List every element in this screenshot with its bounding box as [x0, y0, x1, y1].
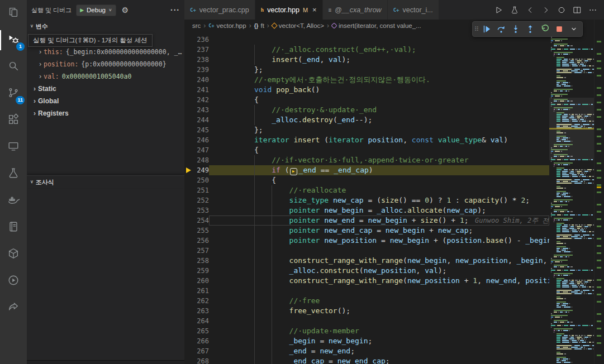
code-line-249[interactable]: 249if (▶_end == _end_cap)	[184, 165, 549, 175]
tab-vector_prac-cpp[interactable]: C+vector_prac.cpp	[184, 0, 255, 20]
gutter-glyph[interactable]	[184, 246, 192, 256]
play-icon[interactable]	[492, 3, 506, 17]
code-line-244[interactable]: 244_alloc.destroy(_end--);	[184, 115, 549, 125]
gutter-glyph[interactable]	[184, 105, 192, 115]
code-line-267[interactable]: 267_end = new_end;	[184, 346, 549, 356]
line-number[interactable]: 253	[192, 205, 209, 215]
gutter-glyph[interactable]	[184, 356, 192, 364]
chevron-right-icon[interactable]: ›	[31, 97, 38, 105]
activity-item-run-and-debug[interactable]: 1	[0, 27, 27, 54]
gutter-glyph[interactable]	[184, 316, 192, 326]
minimap[interactable]	[549, 32, 594, 364]
line-number[interactable]: 241	[192, 85, 209, 95]
code-editor[interactable]: 236237//·_alloc.construct(_end++,·val);2…	[184, 32, 549, 364]
beaker-icon[interactable]	[508, 3, 521, 17]
line-number[interactable]: 242	[192, 95, 209, 105]
debug-current-line-glyph[interactable]	[184, 165, 192, 175]
line-number[interactable]: 247	[192, 145, 209, 155]
code-line-248[interactable]: 248//·if·vector·is·full,·append·twice·or…	[184, 155, 549, 165]
breadcrumb-item[interactable]: C+vector.hpp	[208, 22, 246, 29]
chevron-right-icon[interactable]: ›	[37, 73, 44, 80]
code-line-240[interactable]: 240//·empty에서·호출하는건·정의되지않은·행동이다.	[184, 75, 549, 85]
gutter-glyph[interactable]	[184, 45, 192, 55]
line-number[interactable]: 259	[192, 266, 209, 276]
gutter-glyph[interactable]	[184, 205, 192, 215]
code-line-258[interactable]: 258construct_range_with_range(new_begin,…	[184, 256, 549, 266]
activity-item-remote-explorer[interactable]	[0, 134, 27, 161]
code-line-252[interactable]: 252size_type new_cap = (size() == 0) ? 1…	[184, 195, 549, 205]
line-number[interactable]: 267	[192, 346, 209, 356]
step-into-icon[interactable]	[509, 22, 522, 36]
nav-back-icon[interactable]	[524, 3, 537, 17]
variable-row[interactable]: ›position:{p:0x0000000000000000}	[27, 58, 184, 70]
code-line-247[interactable]: 247{	[184, 145, 549, 155]
activity-item-share[interactable]	[0, 295, 27, 322]
drag-handle[interactable]: ⠿	[474, 26, 479, 33]
code-line-257[interactable]: 257	[184, 246, 549, 256]
gutter-glyph[interactable]	[184, 95, 192, 105]
activity-item-run-circle[interactable]	[0, 268, 27, 295]
chevron-icon[interactable]	[567, 22, 581, 36]
gutter-glyph[interactable]	[184, 336, 192, 346]
activity-item-search[interactable]	[0, 54, 27, 80]
line-number[interactable]: 248	[192, 155, 209, 165]
line-number[interactable]: 252	[192, 195, 209, 205]
inline-breakpoint-icon[interactable]: ▶	[290, 168, 297, 175]
code-line-259[interactable]: 259_alloc.construct(new_position, val);	[184, 266, 549, 276]
chevron-right-icon[interactable]: ›	[37, 60, 44, 68]
gutter-glyph[interactable]	[184, 125, 192, 135]
gutter-glyph[interactable]	[184, 346, 192, 356]
code-line-237[interactable]: 237//·_alloc.construct(_end++,·val);	[184, 45, 549, 55]
chevron-right-icon[interactable]: ›	[37, 48, 44, 56]
record-icon[interactable]	[555, 3, 568, 17]
code-line-265[interactable]: 265//·update·member	[184, 326, 549, 336]
gutter-glyph[interactable]	[184, 35, 192, 45]
code-line-268[interactable]: 268_end_cap = new_end_cap;	[184, 356, 549, 364]
breadcrumb-item[interactable]: src	[192, 22, 201, 29]
line-number[interactable]: 255	[192, 226, 209, 236]
scope-row[interactable]: ›Registers	[27, 107, 184, 119]
variable-row[interactable]: ›this:{_begin:0x0000000000000000, _…	[27, 46, 184, 58]
code-line-238[interactable]: 238insert(_end, val);	[184, 55, 549, 65]
restart-icon[interactable]	[538, 22, 551, 36]
code-line-246[interactable]: 246iterator insert (iterator position, c…	[184, 135, 549, 145]
line-number[interactable]: 237	[192, 45, 209, 55]
activity-item-source-control[interactable]: 11	[0, 80, 27, 107]
line-number[interactable]: 240	[192, 75, 209, 85]
stop-icon[interactable]	[553, 22, 566, 36]
code-line-251[interactable]: 251//·reallocate	[184, 185, 549, 195]
tab-vector-hpp[interactable]: hvector.hppM×	[255, 0, 323, 20]
line-number[interactable]: 243	[192, 105, 209, 115]
scope-row[interactable]: ›Global	[27, 95, 184, 107]
step-over-icon[interactable]	[494, 22, 508, 36]
activity-item-containers[interactable]	[0, 241, 27, 268]
code-line-241[interactable]: 241void pop_back()	[184, 85, 549, 95]
activity-item-explorer[interactable]	[0, 0, 27, 27]
line-number[interactable]: 266	[192, 336, 209, 346]
line-number[interactable]: 239	[192, 65, 209, 75]
line-number[interactable]: 246	[192, 135, 209, 145]
line-number[interactable]: 245	[192, 125, 209, 135]
code-line-256[interactable]: 256pointer new_position = new_begin + (p…	[184, 236, 549, 246]
nav-forward-icon[interactable]	[539, 3, 553, 17]
code-line-263[interactable]: 263free_vector();	[184, 306, 549, 316]
gutter-glyph[interactable]	[184, 226, 192, 236]
variable-row[interactable]: ›val:0x00000001005040a0	[27, 70, 184, 83]
line-number[interactable]: 262	[192, 296, 209, 306]
activity-item-notebook[interactable]	[0, 214, 27, 241]
line-number[interactable]: 251	[192, 185, 209, 195]
code-line-262[interactable]: 262//·free	[184, 296, 549, 306]
tab-vector_i-[interactable]: C+vector_i...	[388, 0, 439, 20]
variables-section-header[interactable]: ∨ 변수	[27, 20, 184, 32]
code-line-264[interactable]: 264	[184, 316, 549, 326]
watch-section-header[interactable]: ∨ 조사식	[27, 175, 184, 188]
more-actions-icon[interactable]: ···	[170, 6, 180, 15]
gutter-glyph[interactable]	[184, 256, 192, 266]
scope-row[interactable]: ›Static	[27, 83, 184, 95]
breadcrumb-item[interactable]: insert(iterator, const value_...	[332, 22, 421, 29]
gear-icon[interactable]: ⚙	[122, 6, 129, 15]
line-number[interactable]: 268	[192, 356, 209, 364]
gutter-glyph[interactable]	[184, 75, 192, 85]
gutter-glyph[interactable]	[184, 55, 192, 65]
code-line-253[interactable]: 253pointer new_begin = _alloc.allocate(n…	[184, 205, 549, 215]
